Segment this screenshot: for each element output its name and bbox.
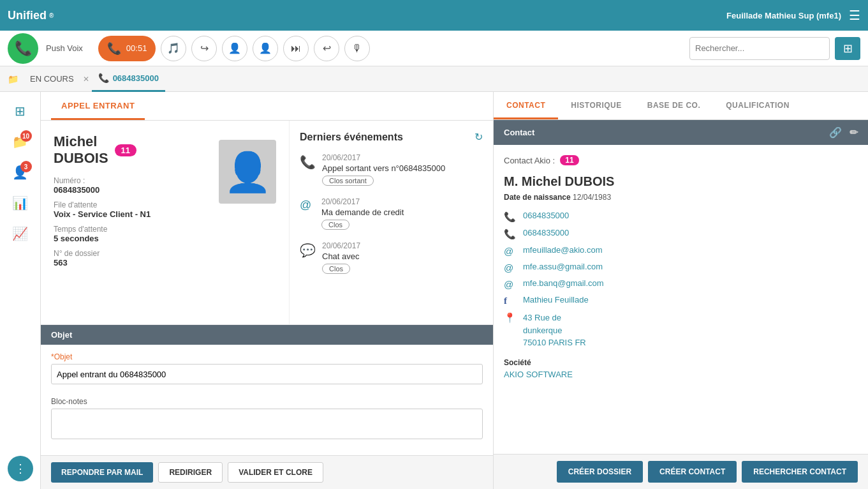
event-desc-1: Ma demande de credit xyxy=(321,207,404,217)
event-tag-0: Clos sortant xyxy=(322,176,374,186)
event-chat-icon: 💬 xyxy=(300,243,316,274)
event-tag-2: Clos xyxy=(322,264,350,274)
sidebar-item-person[interactable]: 👤 3 xyxy=(6,158,34,186)
event-call-icon: 📞 xyxy=(300,154,316,186)
contact-panel: Contact 🔗 ✏ Contact Akio : 11 M. Michel … xyxy=(494,120,868,454)
contact-section-icons: 🔗 ✏ xyxy=(829,126,858,139)
bloc-notes-label: Bloc-notes xyxy=(51,397,483,406)
contact-full-name: M. Michel DUBOIS xyxy=(504,174,858,189)
edit-icon[interactable]: ✏ xyxy=(850,126,858,139)
contact-akio-badge: 11 xyxy=(560,155,578,165)
menu-icon[interactable]: ☰ xyxy=(849,8,860,23)
creer-dossier-btn[interactable]: CRÉER DOSSIER xyxy=(557,461,643,483)
objet-scroll: *Objet Bloc-notes xyxy=(51,352,483,448)
contact-email-2: @ mfe.assu@gmail.com xyxy=(504,262,858,273)
content-tabs: APPEL ENTRANT xyxy=(41,92,493,121)
email1-icon: @ xyxy=(504,246,517,257)
call-orange-icon: 📞 xyxy=(107,41,121,56)
contact-email-1: @ mfeuillade@akio.com xyxy=(504,245,858,257)
forward-icon-btn[interactable]: ⏭ xyxy=(283,36,309,61)
phone2-icon: 📞 xyxy=(504,229,517,240)
events-title: Derniers événements xyxy=(300,132,403,143)
tab-qualification[interactable]: QUALIFICATION xyxy=(713,92,802,119)
events-refresh-icon[interactable]: ↻ xyxy=(474,131,483,143)
caller-avatar: 👤 xyxy=(219,140,276,204)
reply-icon-btn[interactable]: ↩ xyxy=(314,36,339,61)
objet-input[interactable] xyxy=(51,364,483,384)
link-icon[interactable]: 🔗 xyxy=(829,126,842,139)
creer-contact-btn[interactable]: CRÉER CONTACT xyxy=(648,461,737,483)
contact-phone-2: 📞 0684835000 xyxy=(504,228,858,240)
left-bottom-btns: REPONDRE PAR MAIL REDIRIGER VALIDER ET C… xyxy=(41,455,493,489)
active-call-button[interactable]: 📞 00:51 xyxy=(98,36,156,61)
event-date-2: 20/06/2017 xyxy=(322,241,360,250)
objet-section: Objet *Objet Bloc-notes xyxy=(41,324,493,455)
sidebar-item-folder[interactable]: 📁 10 xyxy=(6,128,34,156)
event-desc-0: Appel sortant vers n°0684835000 xyxy=(322,163,445,173)
person-remove-icon-btn[interactable]: 👤 xyxy=(253,36,278,61)
address-icon: 📍 xyxy=(504,312,517,324)
contact-address: 📍 43 Rue de dunkerque 75010 PARIS FR xyxy=(504,312,858,349)
content-area: APPEL ENTRANT 👤 MichelDUBOIS xyxy=(41,92,868,489)
tab-close-icon[interactable]: ✕ xyxy=(83,75,89,84)
user-info: Feuillade Mathieu Sup (mfe1) xyxy=(726,11,841,20)
sidebar-bottom: ⋮ xyxy=(8,456,33,481)
call-timer: 00:51 xyxy=(126,43,147,53)
tab-base-de-co[interactable]: BASE DE CO. xyxy=(635,92,714,119)
sidebar-item-chart[interactable]: 📈 xyxy=(6,220,34,248)
left-panel: APPEL ENTRANT 👤 MichelDUBOIS xyxy=(41,92,494,489)
search-input[interactable] xyxy=(689,37,830,60)
temps-attente-row: Temps d'attente 5 secondes xyxy=(54,224,276,243)
bloc-notes-group: Bloc-notes xyxy=(51,397,483,441)
sidebar-more-btn[interactable]: ⋮ xyxy=(8,456,33,481)
tab-phone-number[interactable]: 📞 0684835000 xyxy=(92,66,165,92)
right-bottom-btns: CRÉER DOSSIER CRÉER CONTACT RECHERCHER C… xyxy=(494,454,868,489)
repondre-btn[interactable]: REPONDRE PAR MAIL xyxy=(51,462,153,483)
valider-btn[interactable]: VALIDER ET CLORE xyxy=(228,462,323,483)
mic-icon-btn[interactable]: 🎙 xyxy=(344,36,370,61)
tab-contact[interactable]: CONTACT xyxy=(494,92,558,119)
phone1-icon: 📞 xyxy=(504,211,517,223)
top-bar: Unified® Feuillade Mathieu Sup (mfe1) ☰ xyxy=(0,0,868,31)
rechercher-contact-btn[interactable]: RECHERCHER CONTACT xyxy=(742,461,858,483)
caller-info: 👤 MichelDUBOIS 11 Numéro : 0684835000 xyxy=(41,121,290,324)
contact-section-header: Contact 🔗 ✏ xyxy=(494,120,868,145)
objet-body: *Objet Bloc-notes xyxy=(41,345,493,455)
contact-address-text: 43 Rue de dunkerque 75010 PARIS FR xyxy=(523,312,586,349)
folder-badge: 10 xyxy=(20,130,32,142)
caller-name-row: MichelDUBOIS 11 xyxy=(54,133,212,167)
avatar-person-icon: 👤 xyxy=(224,149,272,195)
person-add-icon-btn[interactable]: 👤 xyxy=(222,36,247,61)
bloc-notes-textarea[interactable] xyxy=(51,409,483,439)
event-date-1: 20/06/2017 xyxy=(321,197,404,206)
left-top: 👤 MichelDUBOIS 11 Numéro : 0684835000 xyxy=(41,121,493,324)
sidebar-item-dashboard[interactable]: ⊞ xyxy=(6,97,34,125)
tab-appel-entrant[interactable]: APPEL ENTRANT xyxy=(51,92,145,120)
facebook-icon: f xyxy=(504,296,517,306)
societe-value: AKIO SOFTWARE xyxy=(504,370,858,379)
music-icon-btn[interactable]: 🎵 xyxy=(161,36,186,61)
sidebar-item-gauge[interactable]: 📊 xyxy=(6,189,34,217)
rediriger-btn[interactable]: REDIRIGER xyxy=(158,462,223,483)
grid-view-btn[interactable]: ⊞ xyxy=(835,37,860,60)
objet-header: Objet xyxy=(41,325,493,345)
logo: Unified® xyxy=(8,9,54,22)
left-sidebar: ⊞ 📁 10 👤 3 📊 📈 ⋮ xyxy=(0,92,41,489)
right-panel: CONTACT HISTORIQUE BASE DE CO. QUALIFICA… xyxy=(494,92,868,489)
objet-form-group: *Objet xyxy=(51,352,483,391)
phone-tab-icon: 📞 xyxy=(98,73,109,83)
tab-en-cours[interactable]: EN COURS xyxy=(24,66,80,92)
tab-historique[interactable]: HISTORIQUE xyxy=(558,92,634,119)
event-item-2: 💬 20/06/2017 Chat avec Clos xyxy=(300,241,483,274)
contact-email-3: @ mfe.banq@gmail.com xyxy=(504,278,858,290)
contact-body: Contact Akio : 11 M. Michel DUBOIS Date … xyxy=(494,145,868,389)
contact-dob: Date de naissance 12/04/1983 xyxy=(504,193,858,202)
call-button[interactable]: 📞 xyxy=(8,33,38,64)
transfer-icon-btn[interactable]: ↪ xyxy=(191,36,217,61)
event-mail-icon: @ xyxy=(300,199,315,230)
contact-akio-row: Contact Akio : 11 xyxy=(504,155,858,165)
events-panel: Derniers événements ↻ 📞 20/06/2017 Appel… xyxy=(290,121,493,324)
societe-label: Société xyxy=(504,358,858,367)
email3-icon: @ xyxy=(504,279,517,290)
objet-label: *Objet xyxy=(51,352,483,361)
